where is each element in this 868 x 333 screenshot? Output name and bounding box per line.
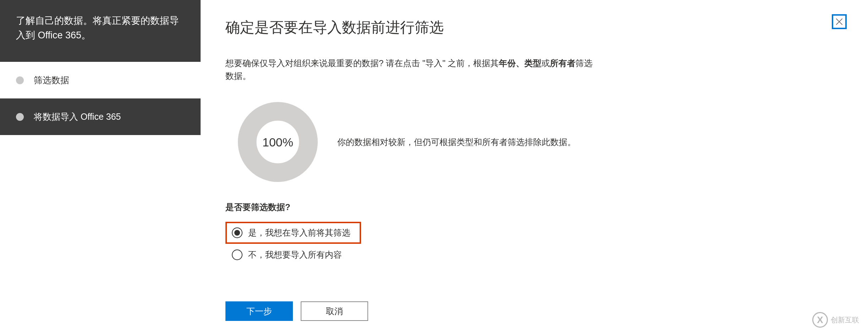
main-content: 确定是否要在导入数据前进行筛选 想要确保仅导入对组织来说最重要的数据? 请在点击… xyxy=(201,0,868,333)
step-bullet-icon xyxy=(16,76,24,84)
description-text: 想要确保仅导入对组织来说最重要的数据? 请在点击 "导入" 之前，根据其年份、类… xyxy=(225,57,595,82)
close-button[interactable] xyxy=(832,14,847,29)
sidebar-step-import[interactable]: 将数据导入 Office 365 xyxy=(0,98,201,135)
radio-group: 是，我想在导入前将其筛选 不，我想要导入所有内容 xyxy=(225,222,361,266)
sidebar-step-label: 筛选数据 xyxy=(34,74,69,86)
page-title: 确定是否要在导入数据前进行筛选 xyxy=(225,18,843,37)
next-button[interactable]: 下一步 xyxy=(225,301,293,321)
sidebar-header: 了解自己的数据。将真正紧要的数据导入到 Office 365。 xyxy=(0,0,201,62)
radio-icon xyxy=(232,249,242,260)
close-icon xyxy=(835,17,844,26)
radio-label: 不，我想要导入所有内容 xyxy=(248,249,342,261)
sidebar-step-filter[interactable]: 筛选数据 xyxy=(0,62,201,98)
filter-question-label: 是否要筛选数据? xyxy=(225,202,843,213)
progress-percent-label: 100% xyxy=(262,135,293,149)
button-row: 下一步 取消 xyxy=(225,301,843,321)
sidebar: 了解自己的数据。将真正紧要的数据导入到 Office 365。 筛选数据 将数据… xyxy=(0,0,201,333)
watermark-icon: X xyxy=(812,312,828,328)
progress-row: 100% 你的数据相对较新，但仍可根据类型和所有者筛选排除此数据。 xyxy=(238,102,843,182)
watermark: X 创新互联 xyxy=(812,312,859,328)
cancel-button[interactable]: 取消 xyxy=(301,301,368,321)
radio-icon xyxy=(232,227,242,238)
step-bullet-icon xyxy=(16,113,24,121)
radio-label: 是，我想在导入前将其筛选 xyxy=(248,227,350,238)
progress-ring: 100% xyxy=(238,102,318,182)
radio-option-no[interactable]: 不，我想要导入所有内容 xyxy=(225,244,361,266)
watermark-text: 创新互联 xyxy=(831,315,859,325)
radio-option-yes[interactable]: 是，我想在导入前将其筛选 xyxy=(225,222,361,244)
sidebar-step-label: 将数据导入 Office 365 xyxy=(34,111,121,123)
progress-description: 你的数据相对较新，但仍可根据类型和所有者筛选排除此数据。 xyxy=(337,136,576,148)
